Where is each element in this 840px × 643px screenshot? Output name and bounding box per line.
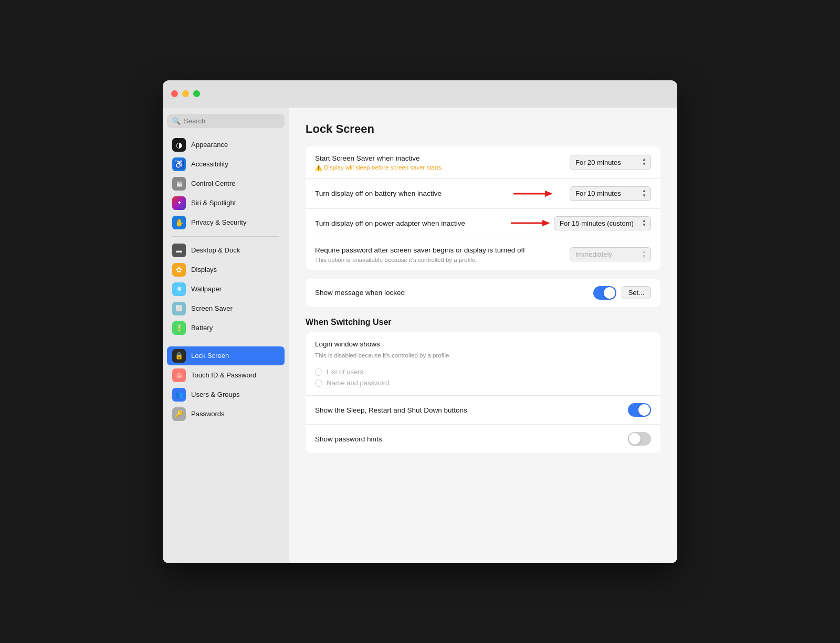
radio-list-of-users[interactable]: List of users (315, 368, 389, 376)
show-message-left: Show message when locked (315, 288, 587, 298)
sidebar-item-displays[interactable]: ✿ Displays (167, 260, 285, 279)
sleep-buttons-toggle[interactable] (628, 403, 651, 417)
sidebar-item-passwords[interactable]: 🔑 Passwords (167, 405, 285, 424)
siri-icon: ✦ (172, 196, 186, 210)
require-password-arrows: ▲ ▼ (642, 250, 646, 259)
display-adapter-row: Turn display off on power adapter when i… (306, 209, 660, 239)
display-adapter-arrows: ▲ ▼ (642, 219, 646, 228)
page-title: Lock Screen (306, 122, 660, 136)
sidebar-label-users: Users & Groups (191, 391, 239, 398)
close-button[interactable] (171, 90, 178, 97)
password-hints-control (628, 432, 651, 446)
sidebar-item-screensaver[interactable]: ⬜ Screen Saver (167, 299, 285, 318)
title-bar (163, 80, 677, 108)
login-window-note: This is disabled because it's controlled… (315, 352, 451, 359)
svg-marker-1 (545, 191, 553, 197)
display-battery-stepper[interactable]: For 10 minutes ▲ ▼ (570, 186, 651, 201)
system-preferences-window: 🔍 ◑ Appearance ♿ Accessibility ▦ Control… (163, 80, 677, 563)
sidebar-item-appearance[interactable]: ◑ Appearance (167, 135, 285, 154)
display-battery-arrows: ▲ ▼ (642, 189, 646, 198)
sidebar-label-appearance: Appearance (191, 141, 228, 149)
screen-saver-arrows: ▲ ▼ (642, 157, 646, 167)
sleep-buttons-row: Show the Sleep, Restart and Shut Down bu… (306, 396, 660, 425)
toggle-knob (604, 287, 615, 299)
show-message-row: Show message when locked Set... (306, 279, 660, 307)
screen-saver-label: Start Screen Saver when inactive (315, 154, 563, 163)
sidebar-item-desktop[interactable]: ▬ Desktop & Dock (167, 241, 285, 260)
require-password-stepper[interactable]: Immediately ▲ ▼ (570, 247, 651, 262)
login-window-row: Login window shows This is disabled beca… (306, 332, 660, 396)
sidebar-label-control: Control Centre (191, 180, 236, 187)
traffic-lights (171, 90, 200, 97)
radio-label-name: Name and password (327, 379, 389, 387)
when-switching-title: When Switching User (306, 318, 660, 327)
sidebar-item-wallpaper[interactable]: ❄ Wallpaper (167, 280, 285, 299)
sidebar-label-screensaver: Screen Saver (191, 304, 233, 312)
radio-name-password[interactable]: Name and password (315, 379, 389, 387)
sidebar-label-desktop: Desktop & Dock (191, 246, 240, 254)
screen-saver-value: For 20 minutes (575, 159, 621, 166)
set-message-button[interactable]: Set... (622, 286, 651, 299)
sidebar: 🔍 ◑ Appearance ♿ Accessibility ▦ Control… (163, 108, 289, 563)
sidebar-item-touchid[interactable]: ◎ Touch ID & Password (167, 366, 285, 385)
display-adapter-stepper[interactable]: For 15 minutes (custom) ▲ ▼ (554, 216, 651, 231)
screen-timeout-group: Start Screen Saver when inactive Display… (306, 146, 660, 270)
search-input[interactable] (184, 117, 279, 125)
display-battery-control: For 10 minutes ▲ ▼ (570, 186, 651, 201)
require-password-left: Require password after screen saver begi… (315, 246, 563, 263)
control-icon: ▦ (172, 177, 186, 191)
radio-label-list: List of users (327, 368, 363, 376)
maximize-button[interactable] (193, 90, 200, 97)
screen-saver-left: Start Screen Saver when inactive Display… (315, 154, 563, 172)
sidebar-label-battery: Battery (191, 324, 213, 332)
show-message-label: Show message when locked (315, 288, 587, 298)
sidebar-label-wallpaper: Wallpaper (191, 285, 222, 293)
sidebar-label-accessibility: Accessibility (191, 160, 228, 168)
svg-marker-3 (542, 220, 550, 226)
login-window-label: Login window shows (315, 340, 380, 349)
sidebar-item-privacy[interactable]: ✋ Privacy & Security (167, 213, 285, 232)
require-password-control: Immediately ▲ ▼ (570, 247, 651, 262)
desktop-icon: ▬ (172, 244, 186, 257)
search-icon: 🔍 (172, 117, 181, 125)
screen-saver-warning: Display will sleep before screen saver s… (315, 164, 563, 171)
switching-group: Login window shows This is disabled beca… (306, 332, 660, 454)
password-hints-row: Show password hints (306, 425, 660, 453)
battery-icon: 🔋 (172, 321, 186, 335)
displays-icon: ✿ (172, 263, 186, 277)
sidebar-item-lockscreen[interactable]: 🔒 Lock Screen (167, 346, 285, 365)
sidebar-item-battery[interactable]: 🔋 Battery (167, 319, 285, 338)
screen-saver-row: Start Screen Saver when inactive Display… (306, 146, 660, 180)
sidebar-item-control[interactable]: ▦ Control Centre (167, 174, 285, 193)
sidebar-label-siri: Siri & Spotlight (191, 199, 236, 207)
sleep-buttons-label: Show the Sleep, Restart and Shut Down bu… (315, 406, 622, 415)
screen-saver-stepper[interactable]: For 20 minutes ▲ ▼ (570, 155, 651, 170)
sidebar-item-users[interactable]: 👥 Users & Groups (167, 385, 285, 404)
red-arrow-1 (511, 187, 553, 200)
passwords-icon: 🔑 (172, 407, 186, 421)
require-password-value: Immediately (575, 250, 612, 258)
show-message-group: Show message when locked Set... (306, 279, 660, 307)
screen-saver-control: For 20 minutes ▲ ▼ (570, 155, 651, 170)
search-box[interactable]: 🔍 (167, 114, 285, 128)
main-content: Lock Screen Start Screen Saver when inac… (289, 108, 677, 563)
sidebar-label-displays: Displays (191, 266, 217, 273)
require-password-row: Require password after screen saver begi… (306, 238, 660, 270)
display-battery-row: Turn display off on battery when inactiv… (306, 179, 660, 209)
screensaver-icon: ⬜ (172, 302, 186, 315)
radio-dot-1 (315, 368, 322, 376)
password-hints-label: Show password hints (315, 435, 622, 444)
display-adapter-control: For 15 minutes (custom) ▲ ▼ (554, 216, 651, 231)
sidebar-divider-2 (172, 342, 279, 342)
sidebar-item-accessibility[interactable]: ♿ Accessibility (167, 155, 285, 174)
minimize-button[interactable] (182, 90, 189, 97)
password-hints-toggle[interactable] (628, 432, 651, 446)
display-adapter-value: For 15 minutes (custom) (560, 219, 634, 227)
sidebar-item-siri[interactable]: ✦ Siri & Spotlight (167, 194, 285, 213)
wallpaper-icon: ❄ (172, 282, 186, 296)
sidebar-divider-1 (172, 236, 279, 237)
sleep-buttons-control (628, 403, 651, 417)
users-icon: 👥 (172, 388, 186, 402)
display-battery-value: For 10 minutes (575, 189, 621, 197)
show-message-toggle[interactable] (593, 286, 616, 300)
